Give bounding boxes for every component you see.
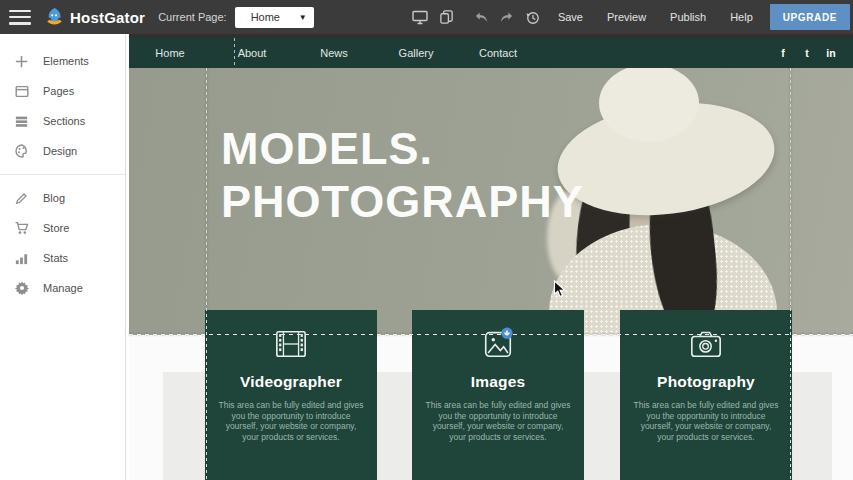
sidebar-item-label: Design xyxy=(43,145,77,157)
hero-title[interactable]: MODELS. PHOTOGRAPHY xyxy=(221,122,584,228)
card-videographer[interactable]: Videographer This area can be fully edit… xyxy=(205,310,377,480)
hostgator-logo: HostGator xyxy=(44,7,145,28)
builder-window: HostGator Current Page: Home ▼ xyxy=(0,0,853,480)
gator-mascot-icon xyxy=(44,7,65,28)
nav-item-dashed-separator xyxy=(234,38,235,68)
sidebar-item-pages[interactable]: Pages xyxy=(0,76,125,106)
facebook-icon[interactable]: f xyxy=(771,47,795,59)
sidebar-item-store[interactable]: Store xyxy=(0,213,125,243)
brand-name: HostGator xyxy=(70,9,145,26)
cart-icon xyxy=(13,220,30,237)
sidebar-item-label: Blog xyxy=(43,192,65,204)
chevron-down-icon: ▼ xyxy=(299,13,307,22)
site-nav-news[interactable]: News xyxy=(293,47,375,59)
twitter-icon[interactable]: t xyxy=(795,47,819,59)
desktop-view-icon[interactable] xyxy=(412,10,428,25)
palette-icon xyxy=(13,143,30,160)
card-body-text: This area can be fully edited and gives … xyxy=(205,400,377,442)
publish-button[interactable]: Publish xyxy=(670,11,706,23)
sidebar-item-label: Stats xyxy=(43,252,68,264)
gear-icon xyxy=(13,280,30,297)
card-images[interactable]: Images This area can be fully edited and… xyxy=(412,310,584,480)
sidebar-item-design[interactable]: Design xyxy=(0,136,125,166)
linkedin-icon[interactable]: in xyxy=(819,47,843,59)
builder-sidebar: Elements Pages Sections Design xyxy=(0,34,126,480)
sidebar-item-label: Store xyxy=(43,222,69,234)
stacked-bars-icon xyxy=(13,113,30,130)
image-add-icon xyxy=(479,327,517,361)
card-title: Photography xyxy=(620,373,792,391)
history-icon[interactable] xyxy=(525,10,540,25)
sidebar-item-sections[interactable]: Sections xyxy=(0,106,125,136)
undo-icon[interactable] xyxy=(474,11,489,24)
content-left-dashed-guide xyxy=(206,68,207,480)
card-body-text: This area can be fully edited and gives … xyxy=(620,400,792,442)
social-icons: f t in xyxy=(771,47,843,59)
site-nav-home[interactable]: Home xyxy=(129,47,211,59)
card-photography[interactable]: Photography This area can be fully edite… xyxy=(620,310,792,480)
bar-chart-icon xyxy=(13,250,30,267)
site-nav-about[interactable]: About xyxy=(211,47,293,59)
camera-icon xyxy=(687,327,725,361)
hero-section[interactable]: MODELS. PHOTOGRAPHY xyxy=(129,68,853,335)
sidebar-item-label: Sections xyxy=(43,115,85,127)
sidebar-item-label: Elements xyxy=(43,55,89,67)
sidebar-item-stats[interactable]: Stats xyxy=(0,243,125,273)
pencil-icon xyxy=(13,190,30,207)
section-boundary-dashed-line xyxy=(129,334,853,335)
window-icon xyxy=(13,83,30,100)
card-title: Images xyxy=(412,373,584,391)
page-select-dropdown[interactable]: Home ▼ xyxy=(235,7,314,28)
hero-title-line1: MODELS. xyxy=(221,122,584,175)
mobile-view-icon[interactable] xyxy=(439,9,454,25)
content-right-dashed-guide xyxy=(790,68,791,480)
card-title: Videographer xyxy=(205,373,377,391)
upgrade-button[interactable]: UPGRADE xyxy=(770,4,850,30)
site-nav-bar: Home About News Gallery Contact f t in xyxy=(129,38,853,68)
sidebar-item-elements[interactable]: Elements xyxy=(0,46,125,76)
page-select-value: Home xyxy=(251,11,299,23)
current-page-label: Current Page: xyxy=(158,11,226,23)
sidebar-item-blog[interactable]: Blog xyxy=(0,183,125,213)
redo-icon[interactable] xyxy=(499,11,514,24)
sidebar-item-label: Manage xyxy=(43,282,83,294)
toolbar-actions: Save Preview Publish Help UPGRADE xyxy=(412,4,853,30)
plus-icon xyxy=(13,53,30,70)
builder-toolbar: HostGator Current Page: Home ▼ xyxy=(0,0,853,34)
hero-title-line2: PHOTOGRAPHY xyxy=(221,175,584,228)
help-button[interactable]: Help xyxy=(730,11,753,23)
site-nav-gallery[interactable]: Gallery xyxy=(375,47,457,59)
sidebar-item-label: Pages xyxy=(43,85,74,97)
hamburger-menu-icon[interactable] xyxy=(9,10,31,25)
save-button[interactable]: Save xyxy=(558,11,583,23)
film-strip-icon xyxy=(272,327,310,361)
sidebar-item-manage[interactable]: Manage xyxy=(0,273,125,303)
preview-button[interactable]: Preview xyxy=(607,11,646,23)
card-body-text: This area can be fully edited and gives … xyxy=(412,400,584,442)
site-nav-contact[interactable]: Contact xyxy=(457,47,539,59)
sidebar-divider xyxy=(0,174,125,175)
